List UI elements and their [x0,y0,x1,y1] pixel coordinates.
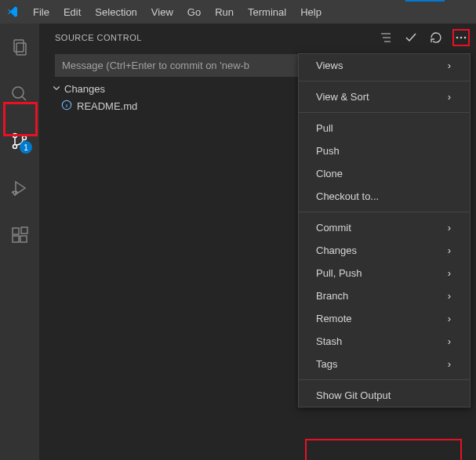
chevron-right-icon: › [448,244,451,256]
svg-rect-8 [13,228,19,234]
menu-terminal[interactable]: Terminal [242,3,293,21]
chevron-right-icon: › [448,91,451,103]
menu-show-git-output-label: Show Git Output [316,389,391,401]
menu-stash[interactable]: Stash› [299,330,470,353]
chevron-right-icon: › [448,335,451,347]
svg-point-5 [13,145,17,149]
menu-separator [299,81,470,81]
menu-changes[interactable]: Changes› [299,239,470,262]
chevron-right-icon: › [448,358,451,370]
changes-label: Changes [64,83,105,95]
menu-separator [299,212,470,212]
menu-views[interactable]: Views › [299,54,470,77]
chevron-right-icon: › [448,290,451,302]
menu-stash-label: Stash [316,335,342,347]
svg-point-14 [464,36,467,38]
more-actions-icon[interactable] [452,29,470,46]
chevron-right-icon: › [448,267,451,279]
chevron-down-icon [52,83,61,95]
menu-branch[interactable]: Branch› [299,284,470,307]
activity-run-debug[interactable] [1,172,38,204]
scm-context-menu: Views › View & Sort › Pull Push Clone Ch… [298,53,471,407]
menu-push-label: Push [316,145,340,157]
file-name: README.md [77,100,137,112]
menu-run[interactable]: Run [209,3,240,21]
menu-view[interactable]: View [145,3,180,21]
view-tree-icon[interactable] [377,29,394,46]
refresh-icon[interactable] [427,29,445,46]
svg-point-4 [13,134,17,138]
chevron-right-icon: › [448,222,451,234]
svg-point-12 [456,36,459,38]
menu-commit[interactable]: Commit› [299,216,470,239]
menu-views-label: Views [316,60,343,71]
menu-push[interactable]: Push [299,139,470,162]
menu-clone[interactable]: Clone [299,162,470,185]
svg-point-2 [13,87,24,98]
svg-point-6 [23,136,27,140]
menu-view-sort-label: View & Sort [316,91,369,103]
menu-bar: File Edit Selection View Go Run Terminal… [27,3,328,21]
menu-show-git-output[interactable]: Show Git Output [299,384,470,407]
svg-point-13 [460,36,463,38]
svg-point-7 [13,191,16,194]
svg-rect-10 [20,236,27,242]
menu-pull[interactable]: Pull [299,117,470,139]
svg-rect-11 [21,227,27,234]
menu-separator [299,112,470,113]
menu-separator [299,379,470,380]
scm-badge: 1 [20,141,32,154]
activity-search[interactable] [1,78,38,110]
menu-file[interactable]: File [27,3,56,21]
menu-help[interactable]: Help [294,3,328,21]
menu-tags[interactable]: Tags› [299,353,470,375]
menu-go[interactable]: Go [181,3,207,21]
svg-rect-9 [13,236,19,242]
menu-pull-push-label: Pull, Push [316,267,362,279]
menu-remote[interactable]: Remote› [299,307,470,330]
window-accent [405,0,445,2]
menu-changes-label: Changes [316,244,357,256]
panel-title: SOURCE CONTROL [55,33,142,42]
menu-selection[interactable]: Selection [89,3,143,21]
chevron-right-icon: › [448,313,451,324]
menu-pull-label: Pull [316,122,333,134]
menu-checkout[interactable]: Checkout to... [299,185,470,208]
title-bar: File Edit Selection View Go Run Terminal… [0,0,476,24]
svg-rect-1 [16,43,26,55]
menu-tags-label: Tags [316,358,337,370]
activity-explorer[interactable] [1,31,38,63]
file-info-icon [61,100,72,113]
activity-bar: 1 [0,24,39,460]
menu-edit[interactable]: Edit [57,3,87,21]
svg-line-3 [22,96,26,100]
menu-checkout-label: Checkout to... [316,190,379,202]
menu-clone-label: Clone [316,168,343,179]
menu-remote-label: Remote [316,313,352,324]
vscode-logo-icon [6,5,19,18]
menu-branch-label: Branch [316,290,348,302]
commit-check-icon[interactable] [402,29,420,46]
activity-extensions[interactable] [1,219,38,251]
activity-source-control[interactable]: 1 [1,125,38,157]
chevron-right-icon: › [448,60,451,71]
menu-commit-label: Commit [316,222,351,234]
svg-rect-0 [14,40,24,52]
menu-view-sort[interactable]: View & Sort › [299,85,470,108]
menu-pull-push[interactable]: Pull, Push› [299,262,470,284]
